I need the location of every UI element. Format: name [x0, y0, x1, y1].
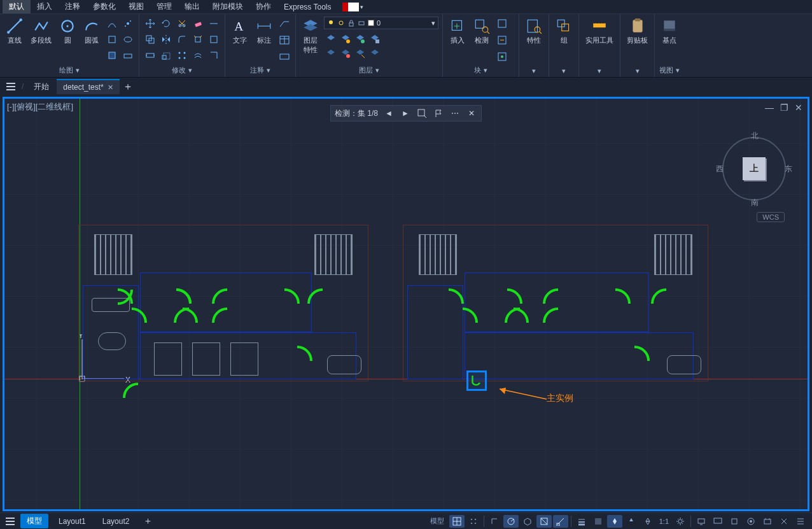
- detect-more-icon[interactable]: ⋯: [449, 108, 461, 119]
- close-tab-icon[interactable]: ✕: [108, 83, 113, 92]
- view-cube[interactable]: 上 北 南 西 东: [716, 130, 792, 207]
- compass-n[interactable]: 北: [751, 130, 759, 141]
- panel-title-annotate[interactable]: 注释 ▾: [229, 64, 291, 77]
- menu-tab-output[interactable]: 输出: [178, 0, 206, 13]
- view-minimize-icon[interactable]: —: [765, 102, 774, 113]
- detect-toolbar[interactable]: 检测：集 1/8 ◄ ► ⋯ ✕: [330, 105, 482, 122]
- detect-next-icon[interactable]: ►: [400, 108, 411, 119]
- sb-workspace-icon[interactable]: [694, 515, 709, 528]
- menu-tab-express[interactable]: Express Tools: [277, 1, 337, 13]
- panel-title-props[interactable]: ▾: [523, 66, 545, 77]
- circle-button[interactable]: 圆: [57, 17, 78, 46]
- draw-mini-5[interactable]: [105, 48, 119, 62]
- clipboard-button[interactable]: 剪贴板: [624, 17, 650, 46]
- utilities-button[interactable]: 实用工具: [583, 17, 616, 46]
- mirror-icon[interactable]: [159, 32, 173, 46]
- draw-mini-6[interactable]: [121, 48, 135, 62]
- layer-properties-button[interactable]: 图层 特性: [300, 17, 321, 56]
- panel-title-draw[interactable]: 绘图 ▾: [4, 64, 135, 77]
- sb-annoauto-icon[interactable]: [624, 515, 639, 528]
- draw-mini-3[interactable]: [105, 32, 119, 46]
- drawing-canvas[interactable]: [-][俯视][二维线框] — ❐ ✕ 检测：集 1/8 ◄ ► ⋯ ✕ 上 北…: [4, 99, 808, 509]
- layout-tab-2[interactable]: Layout2: [96, 515, 136, 528]
- layer-mini-4[interactable]: [368, 32, 382, 46]
- modify-mini-ext[interactable]: [207, 17, 221, 31]
- layer-mini-8[interactable]: [368, 46, 382, 60]
- arc-button[interactable]: 圆弧: [81, 17, 102, 46]
- basepoint-button[interactable]: 基点: [659, 17, 680, 46]
- insert-block-button[interactable]: 插入: [447, 17, 468, 46]
- group-button[interactable]: 组: [553, 17, 575, 46]
- table-icon[interactable]: [277, 33, 291, 47]
- layer-mini-6[interactable]: [339, 46, 353, 60]
- sb-monitor-icon[interactable]: [710, 515, 725, 528]
- hamburger-icon[interactable]: [4, 80, 18, 94]
- sb-scale-label[interactable]: 1:1: [657, 515, 671, 528]
- sb-customize-icon[interactable]: [793, 515, 808, 528]
- layer-mini-7[interactable]: [353, 46, 367, 60]
- panel-title-modify[interactable]: 修改 ▾: [143, 64, 221, 77]
- panel-title-view[interactable]: 视图 ▾: [659, 64, 680, 77]
- menu-tab-parametric[interactable]: 参数化: [87, 0, 122, 13]
- sb-gear-icon[interactable]: [673, 515, 688, 528]
- text-button[interactable]: A 文字: [229, 17, 251, 46]
- panel-title-clip[interactable]: ▾: [624, 66, 650, 77]
- dropdown-icon[interactable]: ▾: [360, 4, 363, 10]
- detect-prev-icon[interactable]: ◄: [383, 108, 395, 119]
- layer-mini-1[interactable]: [324, 32, 338, 46]
- block-mini-3[interactable]: [495, 50, 509, 64]
- start-tab[interactable]: 开始: [27, 79, 55, 95]
- sb-iso-icon[interactable]: [520, 515, 535, 528]
- sb-snap-icon[interactable]: [466, 515, 481, 528]
- panel-title-layer[interactable]: 图层 ▾: [300, 64, 438, 77]
- modify-mini-a[interactable]: [207, 32, 221, 46]
- menu-tab-addon[interactable]: 附加模块: [206, 0, 249, 13]
- detect-zoom-icon[interactable]: [416, 108, 428, 119]
- sb-model-button[interactable]: 模型: [426, 515, 448, 528]
- rotate-icon[interactable]: [159, 17, 173, 31]
- layer-mini-5[interactable]: [324, 46, 338, 60]
- sb-transparency-icon[interactable]: [591, 515, 606, 528]
- menu-tab-manage[interactable]: 管理: [150, 0, 178, 13]
- panel-title-block[interactable]: 块 ▾: [447, 64, 515, 77]
- line-button[interactable]: 直线: [4, 17, 25, 46]
- draw-mini-2[interactable]: [121, 17, 135, 31]
- sb-annoscale-icon[interactable]: [607, 515, 622, 528]
- properties-button[interactable]: 特性: [523, 17, 545, 46]
- layer-mini-3[interactable]: [353, 32, 367, 46]
- compass-w[interactable]: 西: [716, 164, 724, 174]
- layout-tab-1[interactable]: Layout1: [52, 515, 92, 528]
- fillet-icon[interactable]: [175, 32, 189, 46]
- view-close-icon[interactable]: ✕: [795, 102, 802, 113]
- modify-mini-b[interactable]: [207, 48, 221, 62]
- sb-polar-icon[interactable]: [503, 515, 519, 528]
- sb-clean-icon[interactable]: [776, 515, 792, 528]
- locale-flag-icon[interactable]: [342, 3, 359, 11]
- detect-flag-icon[interactable]: [433, 108, 444, 119]
- dimension-button[interactable]: 标注: [253, 17, 275, 46]
- detect-button[interactable]: 检测: [471, 17, 493, 46]
- copy-icon[interactable]: [143, 32, 157, 46]
- layer-combo[interactable]: 0 ▾: [324, 17, 438, 29]
- scale-icon[interactable]: [159, 48, 173, 62]
- compass-e[interactable]: 东: [785, 164, 792, 174]
- menu-tab-default[interactable]: 默认: [3, 0, 31, 13]
- sb-grid-icon[interactable]: [449, 515, 465, 528]
- detect-close-icon[interactable]: ✕: [466, 108, 477, 119]
- view-restore-icon[interactable]: ❐: [780, 102, 788, 113]
- sb-otrack-icon[interactable]: [553, 515, 568, 528]
- new-tab-button[interactable]: ＋: [121, 80, 135, 94]
- offset-icon[interactable]: [191, 48, 205, 62]
- wcs-badge[interactable]: WCS: [757, 212, 785, 222]
- layer-mini-2[interactable]: [339, 32, 353, 46]
- erase-icon[interactable]: [191, 17, 205, 31]
- trim-icon[interactable]: [175, 17, 189, 31]
- polyline-button[interactable]: 多段线: [28, 17, 54, 46]
- draw-mini-1[interactable]: [105, 17, 119, 31]
- menu-tab-collab[interactable]: 协作: [249, 0, 277, 13]
- sb-ortho-icon[interactable]: [487, 515, 502, 528]
- sb-osnap-icon[interactable]: [536, 515, 552, 528]
- status-hamburger-icon[interactable]: [4, 518, 17, 525]
- leader-icon[interactable]: [277, 17, 291, 31]
- sb-lineweight-icon[interactable]: [574, 515, 589, 528]
